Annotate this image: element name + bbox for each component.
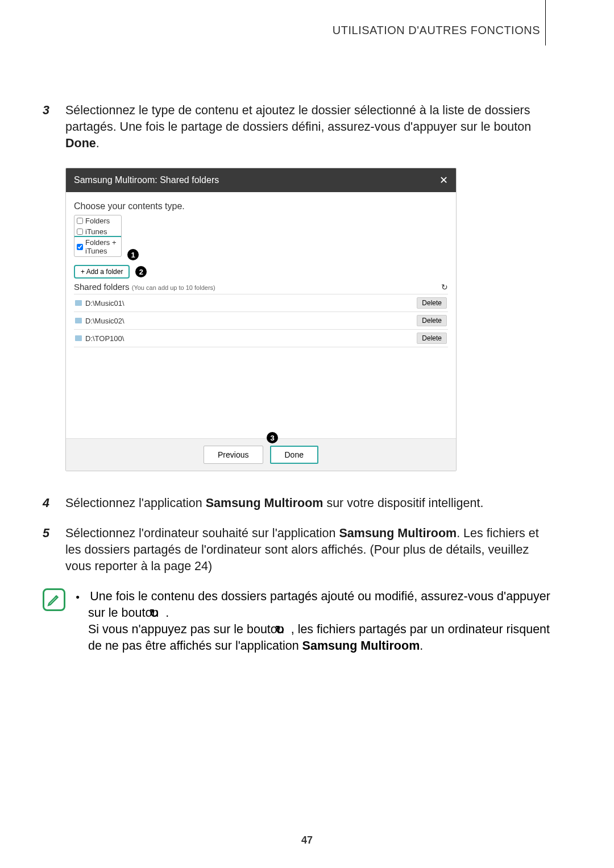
page-content: 3 Sélectionnez le type de contenu et ajo…	[43, 102, 551, 654]
folder-row: D:\TOP100\ Delete	[74, 330, 448, 347]
folder-path: D:\Music02\	[85, 317, 125, 325]
contents-type-select[interactable]: Folders iTunes Folders + iTunes	[74, 215, 122, 257]
step-text: Sélectionnez le type de contenu et ajout…	[65, 102, 551, 152]
note-text: Une fois le contenu des dossiers partagé…	[76, 588, 551, 654]
folder-icon	[75, 318, 82, 323]
callout-badge-2: 2	[135, 266, 147, 277]
dialog-footer: 3 Previous Done	[66, 438, 456, 471]
delete-button[interactable]: Delete	[417, 315, 447, 326]
close-icon[interactable]: ✕	[439, 174, 448, 186]
dialog-body: Choose your contents type. Folders iTune…	[66, 192, 456, 438]
option-label: iTunes	[85, 227, 107, 236]
shared-label-text: Shared folders	[74, 282, 132, 292]
dialog-title-text: Samsung Multiroom: Shared folders	[74, 175, 219, 185]
option-label: Folders	[85, 217, 110, 225]
folder-row: D:\Music01\ Delete	[74, 294, 448, 312]
done-button[interactable]: Done	[270, 446, 318, 464]
text: .	[162, 606, 169, 620]
dialog-titlebar: Samsung Multiroom: Shared folders ✕	[66, 168, 456, 192]
delete-button[interactable]: Delete	[417, 297, 447, 309]
type-option-folders[interactable]: Folders	[74, 215, 121, 226]
step-3: 3 Sélectionnez le type de contenu et ajo…	[43, 102, 551, 152]
checkbox-icon[interactable]	[77, 229, 83, 235]
shared-folders-header: Shared folders (You can add up to 10 fol…	[74, 282, 448, 292]
text: .	[420, 639, 423, 653]
previous-button[interactable]: Previous	[204, 446, 263, 464]
bold: Done	[65, 136, 96, 150]
step-number: 3	[43, 102, 65, 152]
folder-icon	[75, 335, 82, 341]
text: Sélectionnez l'ordinateur souhaité sur l…	[65, 526, 339, 540]
add-folder-button[interactable]: + Add a folder	[74, 265, 130, 279]
step-text: Sélectionnez l'application Samsung Multi…	[65, 495, 551, 512]
type-option-both[interactable]: Folders + iTunes	[74, 236, 122, 257]
note-block: Une fois le contenu des dossiers partagé…	[43, 588, 551, 654]
callout-badge-3: 3	[267, 432, 278, 443]
folder-icon	[75, 300, 82, 306]
shared-label-sub: (You can add up to 10 folders)	[132, 284, 215, 291]
text: Sélectionnez le type de contenu et ajout…	[65, 103, 531, 134]
page-number: 47	[0, 834, 614, 846]
bold: Samsung Multiroom	[339, 526, 457, 540]
checkbox-icon[interactable]	[77, 244, 83, 250]
text: Si vous n'appuyez pas sur le bouton	[88, 622, 288, 636]
shared-folder-list: D:\Music01\ Delete D:\Music02\ Delete D:…	[74, 294, 448, 347]
folder-path: D:\TOP100\	[85, 334, 124, 343]
callout-badge-1: 1	[127, 249, 139, 260]
step-4: 4 Sélectionnez l'application Samsung Mul…	[43, 495, 551, 512]
refresh-icon[interactable]: ↻	[441, 283, 448, 292]
page-edge-rule	[545, 0, 546, 45]
text: Sélectionnez l'application	[65, 496, 206, 510]
delete-button[interactable]: Delete	[417, 333, 447, 344]
text: .	[96, 136, 99, 150]
note-pencil-icon	[43, 588, 65, 611]
option-label: Folders + iTunes	[85, 238, 119, 255]
step-5: 5 Sélectionnez l'ordinateur souhaité sur…	[43, 525, 551, 575]
folder-row: D:\Music02\ Delete	[74, 312, 448, 330]
choose-contents-label: Choose your contents type.	[74, 201, 448, 211]
step-number: 4	[43, 495, 65, 512]
text: sur votre dispositif intelligent.	[323, 496, 483, 510]
bold: Samsung Multiroom	[206, 496, 323, 510]
section-heading: UTILISATION D'AUTRES FONCTIONS	[333, 24, 540, 37]
shared-folders-dialog: Samsung Multiroom: Shared folders ✕ Choo…	[65, 168, 457, 471]
bold: Samsung Multiroom	[302, 639, 420, 653]
step-number: 5	[43, 525, 65, 575]
step-text: Sélectionnez l'ordinateur souhaité sur l…	[65, 525, 551, 575]
checkbox-icon[interactable]	[77, 218, 83, 224]
folder-path: D:\Music01\	[85, 299, 125, 308]
